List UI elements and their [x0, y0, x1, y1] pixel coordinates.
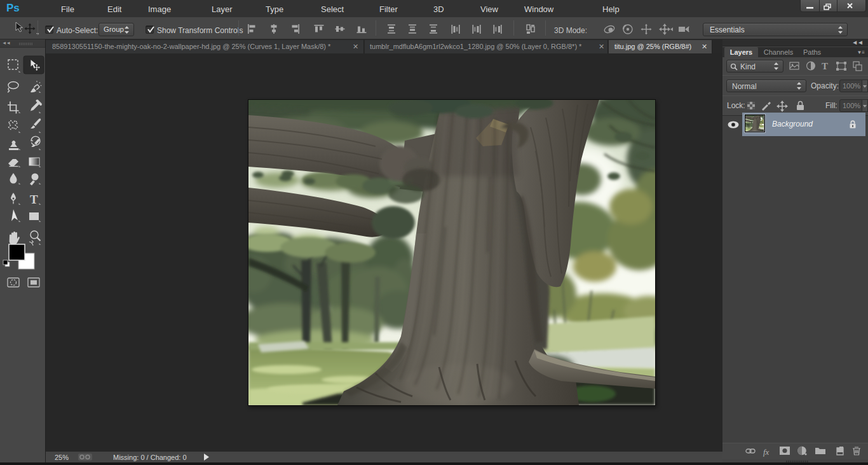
- svg-text:T: T: [30, 193, 38, 206]
- svg-text:T: T: [822, 61, 828, 71]
- svg-text:fx: fx: [763, 447, 770, 457]
